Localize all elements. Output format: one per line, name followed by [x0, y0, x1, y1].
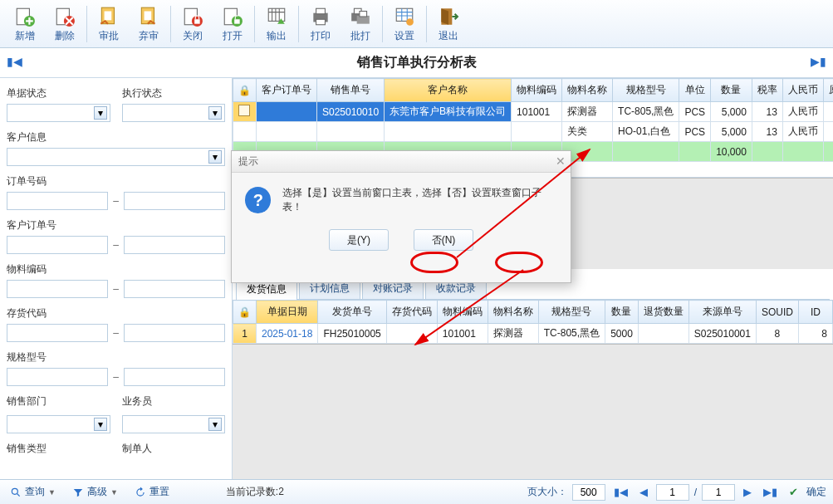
batchprint-icon — [349, 5, 372, 28]
pagesize-input[interactable] — [572, 484, 605, 501]
confirm-button[interactable]: 确定 — [806, 485, 826, 499]
dialog-title: 提示 — [238, 154, 258, 169]
row-checkbox[interactable] — [238, 105, 250, 116]
label-material-code: 物料编码 — [7, 263, 47, 275]
svg-rect-5 — [105, 11, 112, 20]
label-cust-order-no: 客户订单号 — [7, 219, 56, 231]
pagesize-label: 页大小： — [527, 485, 567, 499]
new-button[interactable]: 新增 — [5, 2, 45, 46]
table-row[interactable]: 关类 HO-01,白色 PCS 5,000 13 人民币 — [233, 122, 834, 142]
print-button[interactable]: 打印 — [301, 2, 341, 46]
pager: 页大小： ▮◀ ◀ / ▶ ▶▮ ✔ 确定 — [527, 484, 826, 501]
chevron-down-icon[interactable]: ▾ — [208, 106, 222, 120]
label-stock-code: 存货代码 — [7, 307, 47, 319]
page-title: 销售订单执行分析表 — [357, 54, 477, 71]
abandon-icon — [137, 5, 160, 28]
svg-rect-14 — [268, 8, 285, 21]
export-icon — [265, 5, 288, 28]
close-icon[interactable]: ✕ — [556, 154, 566, 168]
check-icon: ✔ — [786, 486, 801, 498]
reset-button[interactable]: 重置 — [131, 483, 173, 501]
svg-rect-16 — [316, 8, 326, 14]
doc-status-select[interactable]: ▾ — [7, 104, 110, 122]
dialog-message: 选择【是】设置当前窗口主表，选择【否】设置联查窗口子表！ — [282, 186, 557, 214]
bottom-bar: 查询▼ 高级▼ 重置 当前记录数:2 页大小： ▮◀ ◀ / ▶ ▶▮ ✔ 确定 — [0, 479, 833, 504]
settings-button[interactable]: 设置 — [385, 2, 424, 46]
exit-button[interactable]: 退出 — [429, 2, 468, 46]
grid-header-row: 🔒 单据日期 发货单号 存货代码 物料编码 物料名称 规格型号 数量 退货数量 … — [233, 301, 833, 324]
no-button[interactable]: 否(N) — [414, 229, 473, 251]
chevron-down-icon[interactable]: ▾ — [208, 150, 222, 164]
export-button[interactable]: 输出 — [257, 2, 296, 46]
label-doc-status: 单据状态 — [7, 86, 110, 100]
yes-button[interactable]: 是(Y) — [329, 229, 389, 251]
pager-prev-icon[interactable]: ◀ — [636, 486, 651, 498]
order-no-to[interactable] — [124, 192, 225, 210]
pager-first-icon[interactable]: ▮◀ — [610, 486, 631, 498]
label-salesman: 业务员 — [122, 394, 226, 409]
close-button[interactable]: 关闭 — [173, 2, 213, 46]
batchprint-button[interactable]: 批打 — [341, 2, 380, 46]
question-icon: ? — [245, 187, 271, 213]
table-row[interactable]: 1 2025-01-18 FH25010005 101001 探测器 TC-80… — [233, 324, 833, 344]
salesman-select[interactable]: ▾ — [122, 415, 226, 433]
main-toolbar: 新增 删除 审批 弃审 关闭 打开 输出 打印 批打 设置 退出 — [0, 0, 833, 48]
nav-first-icon[interactable]: ▮◀ — [7, 55, 22, 68]
record-count: 当前记录数:2 — [226, 485, 284, 499]
order-no-from[interactable] — [7, 192, 108, 210]
customer-select[interactable]: ▾ — [7, 148, 225, 166]
cust-order-to[interactable] — [124, 236, 225, 254]
label-order-no: 订单号码 — [7, 175, 47, 187]
nav-last-icon[interactable]: ▶▮ — [811, 55, 826, 68]
label-spec: 规格型号 — [7, 351, 47, 363]
lock-col-header[interactable]: 🔒 — [233, 301, 257, 324]
abandon-button[interactable]: 弃审 — [129, 2, 169, 46]
settings-icon — [393, 5, 416, 28]
chevron-down-icon[interactable]: ▾ — [94, 418, 107, 431]
pages-display — [702, 484, 735, 501]
cust-order-from[interactable] — [7, 236, 108, 254]
dept-select[interactable]: ▾ — [7, 415, 110, 433]
stock-to[interactable] — [124, 324, 225, 342]
unlock-icon — [221, 5, 244, 28]
lock-icon — [181, 5, 204, 28]
exit-icon — [437, 5, 460, 28]
svg-point-25 — [12, 488, 17, 494]
query-button[interactable]: 查询▼ — [7, 483, 59, 501]
spec-from[interactable] — [7, 368, 108, 386]
delete-icon — [53, 5, 76, 28]
material-to[interactable] — [124, 280, 225, 298]
stock-from[interactable] — [7, 324, 108, 342]
material-from[interactable] — [7, 280, 108, 298]
grid-header-row: 🔒 客户订单号 销售单号 客户名称 物料编码 物料名称 规格型号 单位 数量 税… — [233, 79, 834, 102]
exec-status-select[interactable]: ▾ — [122, 104, 226, 122]
chevron-down-icon[interactable]: ▾ — [94, 106, 107, 120]
pager-next-icon[interactable]: ▶ — [740, 486, 755, 498]
print-icon — [309, 5, 332, 28]
spec-to[interactable] — [124, 368, 225, 386]
filter-panel: 单据状态▾ 执行状态▾ 客户信息 ▾ 订单号码 – 客户订单号 – 物料编码 –… — [0, 78, 233, 479]
table-row[interactable]: S025010010 东莞市客户B科技有限公司 101001 探测器 TC-80… — [233, 102, 834, 122]
detail-grid[interactable]: 🔒 单据日期 发货单号 存货代码 物料编码 物料名称 规格型号 数量 退货数量 … — [233, 300, 833, 344]
main-grid[interactable]: 🔒 客户订单号 销售单号 客户名称 物料编码 物料名称 规格型号 单位 数量 税… — [233, 78, 833, 162]
label-sale-type: 销售类型 — [7, 442, 110, 456]
svg-point-23 — [406, 18, 414, 26]
chevron-down-icon[interactable]: ▾ — [208, 418, 222, 431]
chevron-down-icon[interactable]: ▼ — [110, 488, 118, 497]
open-button[interactable]: 打开 — [213, 2, 252, 46]
svg-rect-21 — [360, 11, 367, 17]
title-band: ▮◀ 销售订单执行分析表 ▶▮ — [0, 48, 833, 78]
delete-button[interactable]: 删除 — [45, 2, 85, 46]
page-input[interactable] — [656, 484, 689, 501]
svg-rect-10 — [194, 19, 200, 23]
advanced-button[interactable]: 高级▼ — [69, 483, 121, 501]
dialog-titlebar[interactable]: 提示 ✕ — [232, 151, 571, 173]
prompt-dialog: 提示 ✕ ? 选择【是】设置当前窗口主表，选择【否】设置联查窗口子表！ 是(Y)… — [231, 150, 571, 283]
pager-last-icon[interactable]: ▶▮ — [760, 486, 781, 498]
new-icon — [13, 5, 37, 28]
chevron-down-icon[interactable]: ▼ — [48, 488, 56, 497]
svg-rect-17 — [316, 19, 326, 25]
approve-icon — [97, 5, 120, 28]
lock-col-header[interactable]: 🔒 — [233, 79, 257, 102]
approve-button[interactable]: 审批 — [89, 2, 129, 46]
